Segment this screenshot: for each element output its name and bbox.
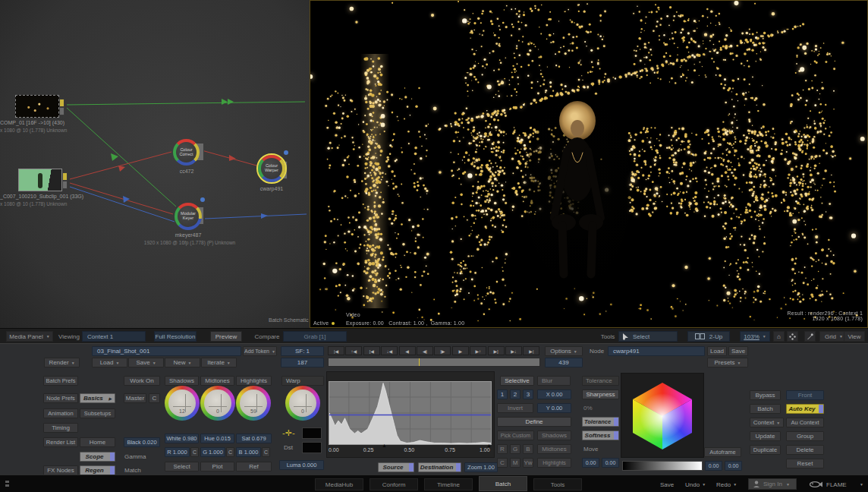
shot-name-field[interactable]: 03_Final_Shot_001 <box>92 346 241 356</box>
animation-button[interactable]: Animation <box>43 408 78 418</box>
subclip-socket[interactable] <box>62 172 68 181</box>
transport-button-9[interactable]: ▶] <box>488 346 505 355</box>
colour-correct-node[interactable]: ColourCorrect <box>173 139 200 166</box>
timing-button[interactable]: Timing <box>43 423 78 433</box>
white-value-field[interactable]: White 0.980 <box>165 434 199 443</box>
sel-yw-button[interactable]: Yw <box>523 458 533 468</box>
timebar[interactable] <box>328 358 540 367</box>
options-button[interactable]: Options▼ <box>545 346 583 356</box>
luma-value-field[interactable]: Luma 0.000 <box>279 460 324 470</box>
viewing-context-field[interactable]: Context 1 <box>82 331 146 342</box>
context-dropdown[interactable]: Context▼ <box>750 418 784 427</box>
softness-toggle[interactable]: Softness <box>582 430 619 440</box>
batch-prefs-button[interactable]: Batch Prefs <box>43 376 78 386</box>
green-gamma-field[interactable]: G 1.000 <box>200 447 225 457</box>
front-button[interactable]: Front <box>786 390 824 400</box>
source-toggle[interactable]: Source <box>378 462 414 472</box>
blue-c-button[interactable]: C <box>262 447 270 457</box>
match-plot-button[interactable]: Plot <box>200 462 234 472</box>
tab-conform[interactable]: Conform <box>370 478 418 490</box>
blur-button[interactable]: Blur <box>537 376 571 386</box>
sign-in-button[interactable]: Sign In▼ <box>748 478 797 490</box>
sel-shadows-button[interactable]: Shadows <box>537 430 571 440</box>
invert-button[interactable]: Invert <box>497 403 533 413</box>
transport-button-6[interactable]: |▶ <box>434 346 451 355</box>
sat-value-field[interactable]: Sat 0.679 <box>236 434 272 443</box>
sel-c-button[interactable]: C <box>497 458 508 468</box>
tab-batch[interactable]: Batch <box>479 476 527 491</box>
colour-warper-node[interactable]: ColourWarper <box>258 155 285 182</box>
node-prefs-button[interactable]: Node Prefs <box>43 393 78 403</box>
add-token-button[interactable]: Add Token▼ <box>243 346 277 356</box>
blur-y-field[interactable]: Y 0.00 <box>537 403 571 413</box>
histogram-zoom-field[interactable]: Zoom 1.00 <box>464 462 498 472</box>
destination-colour-swatch[interactable] <box>302 442 322 453</box>
red-c-button[interactable]: C <box>190 447 199 457</box>
transport-button-4[interactable]: ◀ <box>399 346 416 355</box>
sel-m-button[interactable]: M <box>510 458 520 468</box>
preview-button[interactable]: Preview <box>210 331 242 342</box>
blue-gamma-field[interactable]: B 1.000 <box>236 447 261 457</box>
autoframe-button[interactable]: Autoframe <box>704 447 741 457</box>
comp-clip-thumbnail[interactable] <box>15 95 59 118</box>
comp-clip-socket[interactable] <box>59 107 64 115</box>
render-list-button[interactable]: Render List <box>43 437 78 447</box>
red-gamma-field[interactable]: R 1.000 <box>165 447 190 457</box>
destination-toggle[interactable]: Destination <box>418 462 461 472</box>
panel-toggle-icon[interactable] <box>5 481 10 487</box>
duplicate-button[interactable]: Duplicate <box>750 445 781 455</box>
colour-cube-box[interactable] <box>621 373 704 458</box>
scope-toggle[interactable]: Scope <box>80 452 115 462</box>
sel-r-button[interactable]: R <box>497 444 508 454</box>
blur-x-field[interactable]: X 0.00 <box>537 390 571 399</box>
tab-tools[interactable]: Tools <box>533 478 582 490</box>
tab-timeline[interactable]: Timeline <box>424 478 473 490</box>
sel-b-button[interactable]: B <box>523 444 533 454</box>
media-panel-button[interactable]: Media Panel▼ <box>6 331 53 342</box>
colour-pick-crosshair-icon[interactable]: -✛- <box>282 429 295 437</box>
redo-button[interactable]: Redo▼ <box>716 479 737 490</box>
auto-key-toggle[interactable]: Auto Key <box>786 404 824 414</box>
midtones-range-button[interactable]: Midtones <box>200 376 234 386</box>
tolerance-toggle[interactable]: Tolerance <box>582 417 619 427</box>
work-on-button[interactable]: Work On <box>124 376 160 386</box>
colour-wheel-shadows[interactable]: 12 <box>165 386 200 421</box>
green-c-button[interactable]: C <box>226 447 234 457</box>
colour-wheel-warp[interactable]: 0 <box>285 386 320 421</box>
node-name-field[interactable]: cwarp491 <box>608 346 705 356</box>
two-up-button[interactable]: 2-Up <box>687 331 730 342</box>
home-view-button[interactable]: ⌂ <box>773 331 785 342</box>
zoom-level-field[interactable]: 103%▼ <box>740 331 770 342</box>
transport-button-1[interactable]: ↑◀ <box>345 346 362 355</box>
playhead[interactable] <box>419 358 420 366</box>
current-frame-field[interactable]: 187 <box>281 358 324 367</box>
node-save-button[interactable]: Save <box>728 346 748 356</box>
cube-y-field[interactable]: 0.00 <box>725 461 742 471</box>
selective-3-button[interactable]: 3 <box>523 390 533 399</box>
transport-button-0[interactable]: |◀ <box>328 346 344 355</box>
iterate-menu-button[interactable]: Iterate▼ <box>201 358 237 367</box>
node-load-button[interactable]: Load <box>707 346 727 356</box>
colour-wheel-midtones[interactable]: 0 <box>200 386 235 421</box>
black-value-field[interactable]: Black 0.020 <box>124 437 160 447</box>
grab-button[interactable]: Grab [1] <box>283 331 347 342</box>
selective-button[interactable]: Selective <box>500 376 534 386</box>
delete-button[interactable]: Delete <box>786 445 824 455</box>
view-button[interactable]: View <box>844 331 865 342</box>
full-resolution-button[interactable]: Full Resolution <box>154 331 197 342</box>
selective-1-button[interactable]: 1 <box>497 390 508 399</box>
subclip-socket[interactable] <box>62 181 68 189</box>
compare-button[interactable]: Compare <box>253 331 281 342</box>
transport-button-11[interactable]: ▶| <box>523 346 539 355</box>
transport-button-7[interactable]: ▶ <box>452 346 469 355</box>
shadows-range-button[interactable]: Shadows <box>165 376 199 386</box>
cube-x-field[interactable]: 0.00 <box>705 461 722 471</box>
basics-menu-button[interactable]: Basics▶ <box>80 393 115 403</box>
reset-button[interactable]: Reset <box>786 459 824 468</box>
histogram-marker[interactable]: ▲ <box>382 443 387 448</box>
new-menu-button[interactable]: New▼ <box>165 358 200 367</box>
pan-view-button[interactable] <box>787 331 798 342</box>
end-frame-field[interactable]: 439 <box>545 358 583 367</box>
histogram-plot[interactable] <box>329 381 492 445</box>
tool-select-field[interactable]: Select <box>618 331 678 342</box>
